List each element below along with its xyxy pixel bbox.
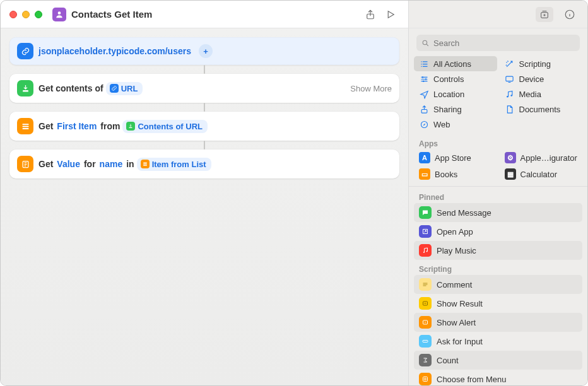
minimize-window-button[interactable] — [22, 11, 30, 18]
menu-icon — [419, 373, 432, 385]
app-configurator[interactable]: ⚙ Apple…igurator — [500, 149, 583, 166]
wand-icon — [505, 59, 515, 69]
input-icon — [419, 335, 432, 348]
svg-point-0 — [58, 11, 61, 15]
category-web[interactable]: Web — [414, 117, 497, 132]
action-word-get: Get — [38, 159, 53, 169]
close-window-button[interactable] — [9, 11, 17, 18]
list-icon — [141, 160, 150, 168]
svg-point-22 — [423, 252, 425, 253]
scripting-comment[interactable]: Comment — [414, 275, 582, 294]
svg-rect-4 — [23, 90, 28, 92]
get-contents-action-card[interactable]: Get contents of URL Show More — [9, 74, 399, 103]
link-icon — [17, 43, 33, 59]
url-value[interactable]: jsonplaceholder.typicode.com/users — [38, 46, 191, 56]
search-icon — [421, 39, 430, 47]
show-more-button[interactable]: Show More — [350, 84, 392, 93]
music-note-icon — [505, 89, 515, 99]
category-documents[interactable]: Documents — [500, 102, 583, 117]
action-word-in: in — [126, 159, 134, 169]
category-controls[interactable]: Controls — [414, 71, 497, 86]
scripting-choose-menu[interactable]: Choose from Menu — [414, 370, 582, 385]
list-icon — [419, 59, 429, 69]
calculator-icon: ▦ — [505, 168, 516, 180]
url-variable-pill[interactable]: URL — [106, 82, 143, 95]
category-scripting[interactable]: Scripting — [500, 56, 583, 71]
pinned-play-music[interactable]: Play Music — [414, 241, 582, 260]
svg-point-16 — [423, 80, 425, 82]
search-input[interactable] — [433, 38, 575, 48]
sliders-icon — [419, 74, 429, 84]
first-item-param[interactable]: First Item — [56, 120, 98, 132]
document-icon — [505, 104, 515, 114]
message-icon — [419, 206, 432, 219]
run-button[interactable] — [382, 7, 399, 22]
category-all-actions[interactable]: All Actions — [414, 56, 497, 71]
workflow-canvas[interactable]: jsonplaceholder.typicode.com/users + Get… — [1, 28, 408, 385]
search-field[interactable] — [416, 35, 580, 51]
pinned-open-app[interactable]: Open App — [414, 222, 582, 241]
scripting-show-alert[interactable]: Show Alert — [414, 313, 582, 332]
download-icon — [126, 122, 135, 131]
display-icon — [505, 74, 515, 84]
share-icon — [419, 104, 429, 114]
category-sharing[interactable]: Sharing — [414, 102, 497, 117]
contents-variable-pill[interactable]: Contents of URL — [122, 120, 208, 133]
navigate-icon — [419, 89, 429, 99]
scripting-section-header: Scripting — [409, 260, 587, 275]
add-url-button[interactable]: + — [199, 44, 213, 58]
configurator-icon: ⚙ — [505, 152, 516, 163]
get-dictionary-value-card[interactable]: Get Value for name in Item from List — [9, 149, 399, 178]
safari-icon — [419, 119, 429, 129]
value-param[interactable]: Value — [56, 158, 81, 170]
app-calculator[interactable]: ▦ Calculator — [500, 166, 583, 182]
svg-rect-8 — [129, 127, 132, 128]
shortcuts-window: Contacts Get Item — [0, 0, 588, 386]
item-variable-pill[interactable]: Item from List — [137, 158, 211, 171]
comment-icon — [419, 278, 432, 291]
svg-point-26 — [425, 322, 426, 323]
zoom-window-button[interactable] — [35, 11, 42, 18]
app-store-icon: A — [419, 152, 430, 163]
category-grid: All Actions Scripting Controls Device Lo… — [409, 55, 587, 134]
get-item-action-card[interactable]: Get First Item from Contents of URL — [9, 112, 399, 141]
pinned-section-header: Pinned — [409, 188, 587, 203]
apps-grid: A App Store ⚙ Apple…igurator ▭ Books ▦ C… — [409, 149, 587, 182]
svg-point-23 — [426, 251, 428, 252]
svg-rect-20 — [421, 109, 427, 113]
action-label: Get contents of — [38, 83, 103, 93]
svg-rect-7 — [22, 128, 28, 129]
library-sidebar: All Actions Scripting Controls Device Lo… — [408, 28, 587, 385]
connector — [204, 65, 205, 74]
app-books[interactable]: ▭ Books — [414, 166, 497, 182]
download-icon — [17, 80, 33, 96]
url-action-card[interactable]: jsonplaceholder.typicode.com/users + — [9, 37, 399, 65]
dictionary-icon — [17, 156, 33, 172]
connector — [204, 141, 205, 149]
svg-point-15 — [425, 78, 426, 80]
music-icon — [419, 244, 432, 257]
titlebar: Contacts Get Item — [1, 1, 408, 28]
sigma-icon — [419, 354, 432, 366]
key-param[interactable]: name — [98, 158, 124, 170]
svg-rect-27 — [423, 341, 428, 342]
category-location[interactable]: Location — [414, 86, 497, 102]
app-app-store[interactable]: A App Store — [414, 149, 497, 166]
svg-rect-28 — [423, 377, 428, 382]
svg-rect-5 — [22, 124, 28, 125]
svg-rect-11 — [143, 164, 147, 165]
category-device[interactable]: Device — [500, 71, 583, 86]
category-media[interactable]: Media — [500, 86, 583, 102]
svg-rect-6 — [22, 126, 28, 127]
action-word-for: for — [84, 159, 96, 169]
info-button[interactable] — [561, 7, 579, 22]
alert-icon — [419, 316, 432, 329]
scripting-list: Comment Show Result Show Alert Ask for I… — [409, 275, 587, 385]
library-toggle-button[interactable] — [536, 7, 553, 22]
pinned-send-message[interactable]: Send Message — [414, 203, 582, 222]
scripting-count[interactable]: Count — [414, 351, 582, 370]
result-icon — [419, 297, 432, 310]
share-button[interactable] — [362, 7, 379, 22]
scripting-ask-input[interactable]: Ask for Input — [414, 332, 582, 351]
scripting-show-result[interactable]: Show Result — [414, 294, 582, 313]
